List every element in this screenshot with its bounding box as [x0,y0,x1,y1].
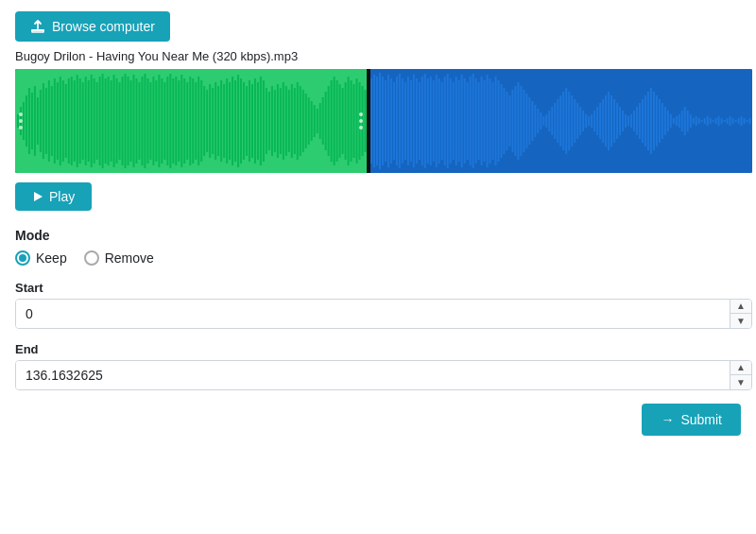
svg-rect-210 [614,99,616,143]
end-label: End [15,342,741,356]
mode-keep-option[interactable]: Keep [15,250,67,266]
svg-rect-226 [659,99,661,143]
svg-rect-198 [580,107,582,135]
svg-rect-12 [51,86,53,156]
svg-rect-40 [130,80,132,162]
svg-rect-27 [94,78,95,164]
svg-rect-28 [96,82,98,160]
waveform-left-handle[interactable] [19,112,23,129]
svg-rect-233 [679,114,680,128]
svg-rect-162 [478,82,480,160]
start-field-group: Start ▲ ▼ [15,281,741,329]
svg-rect-105 [314,105,316,137]
svg-rect-26 [91,75,93,167]
svg-rect-85 [257,82,259,160]
svg-rect-77 [234,80,236,162]
svg-rect-33 [111,80,112,162]
svg-rect-111 [331,80,333,162]
svg-rect-66 [203,86,205,156]
waveform-selection-right-handle[interactable] [359,112,363,129]
svg-rect-75 [229,82,231,160]
svg-rect-184 [541,112,542,129]
svg-rect-87 [263,80,265,162]
start-input[interactable] [16,300,730,328]
svg-rect-117 [348,77,350,165]
svg-rect-200 [586,114,588,128]
svg-rect-201 [589,116,591,126]
mode-remove-option[interactable]: Remove [84,250,154,266]
start-increment-button[interactable]: ▲ [730,300,751,314]
svg-rect-240 [698,118,700,124]
mode-remove-label: Remove [105,250,154,266]
svg-rect-41 [132,75,134,167]
svg-rect-145 [430,77,432,165]
svg-rect-177 [521,86,523,156]
svg-rect-243 [707,116,709,126]
end-increment-button[interactable]: ▲ [730,361,751,375]
svg-rect-57 [178,80,180,162]
svg-rect-71 [217,86,219,156]
mode-keep-radio[interactable] [15,250,30,266]
svg-rect-133 [396,77,398,165]
svg-rect-191 [560,95,562,146]
svg-rect-25 [88,80,90,162]
svg-rect-163 [481,77,483,165]
svg-rect-55 [172,78,174,164]
svg-rect-218 [636,107,638,135]
svg-rect-219 [639,103,641,139]
svg-rect-13 [54,78,56,164]
submit-button[interactable]: → Submit [642,404,741,436]
waveform-right [370,69,752,173]
svg-rect-230 [670,114,672,128]
svg-rect-225 [656,95,658,146]
mode-label: Mode [15,228,741,243]
svg-rect-19 [71,77,73,165]
svg-rect-247 [718,116,720,126]
svg-rect-23 [82,82,84,160]
svg-rect-155 [458,80,460,162]
end-input[interactable] [16,361,730,389]
mode-remove-radio[interactable] [84,250,99,266]
svg-rect-82 [249,80,250,162]
svg-rect-213 [623,111,625,131]
end-decrement-button[interactable]: ▼ [730,375,751,389]
svg-rect-46 [146,78,148,164]
svg-rect-164 [484,80,486,162]
svg-rect-15 [60,77,61,165]
start-decrement-button[interactable]: ▼ [730,314,751,328]
svg-rect-29 [99,77,101,165]
svg-rect-48 [152,77,154,165]
svg-rect-186 [546,114,548,128]
svg-rect-146 [433,80,435,162]
svg-rect-175 [515,86,517,156]
svg-rect-168 [495,77,497,165]
svg-rect-222 [647,92,649,150]
svg-rect-231 [673,118,675,124]
browse-button[interactable]: Browse computer [15,11,170,42]
svg-rect-160 [472,74,474,168]
svg-rect-132 [393,82,395,160]
svg-rect-30 [102,74,104,168]
svg-rect-69 [212,88,214,154]
svg-rect-97 [291,84,293,158]
svg-rect-148 [438,78,440,164]
svg-rect-149 [441,82,443,160]
start-input-wrapper: ▲ ▼ [15,299,752,329]
svg-rect-174 [512,90,514,152]
svg-rect-59 [183,78,185,164]
svg-rect-202 [592,114,593,128]
svg-rect-249 [724,120,726,122]
svg-rect-236 [687,111,689,131]
svg-rect-161 [475,78,477,164]
waveform-right-svg [370,69,752,173]
svg-rect-17 [65,84,67,158]
svg-rect-224 [653,92,655,150]
start-label: Start [15,281,741,295]
svg-rect-217 [633,111,635,131]
svg-rect-43 [138,82,140,160]
svg-rect-2 [23,102,25,140]
play-button[interactable]: Play [15,182,92,211]
svg-rect-159 [470,77,472,165]
svg-rect-179 [526,94,528,148]
svg-rect-21 [77,75,78,167]
